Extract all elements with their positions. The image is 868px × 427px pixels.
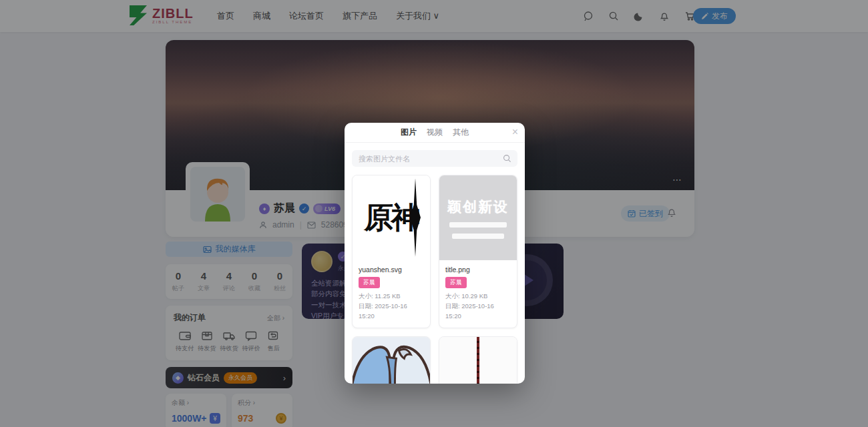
- red-rope-graphic: [477, 337, 479, 384]
- tab-other[interactable]: 其他: [453, 127, 469, 138]
- title-image-textbar: [452, 234, 504, 239]
- file-size: 大小: 11.25 KB: [359, 291, 424, 301]
- media-search-input[interactable]: [352, 150, 517, 167]
- file-name: title.png: [445, 266, 511, 274]
- file-date: 日期: 2025-10-16 15:20: [359, 301, 424, 321]
- tab-images[interactable]: 图片: [401, 127, 417, 138]
- file-name: yuanshen.svg: [359, 266, 424, 274]
- media-search: [352, 150, 517, 167]
- tab-videos[interactable]: 视频: [427, 127, 443, 138]
- media-grid: 原神 yuanshen.svg 苏晨 大小: 11.25 KB 日期: 2025…: [352, 175, 517, 384]
- file-preview-anime: [353, 337, 430, 384]
- file-card-partial-anime[interactable]: [352, 336, 431, 384]
- title-image-textbar: [449, 222, 507, 228]
- close-icon[interactable]: ×: [512, 125, 518, 139]
- file-card-yuanshen[interactable]: 原神 yuanshen.svg 苏晨 大小: 11.25 KB 日期: 2025…: [352, 175, 431, 328]
- file-owner-badge: 苏晨: [445, 277, 467, 288]
- title-image-text: 颖创新设: [447, 197, 509, 216]
- file-date: 日期: 2025-10-16 15:20: [445, 301, 511, 321]
- file-size: 大小: 10.29 KB: [445, 291, 511, 301]
- search-icon: [503, 154, 511, 163]
- file-card-title[interactable]: 颖创新设 title.png 苏晨 大小: 10.29 KB 日期: 2025-…: [439, 175, 517, 328]
- file-owner-badge: 苏晨: [359, 277, 380, 288]
- file-preview-redline: [439, 337, 517, 384]
- modal-header: 图片 视频 其他 ×: [345, 123, 525, 143]
- media-library-modal: 图片 视频 其他 × 原神 yuanshen.svg 苏晨 大小: 11.25 …: [345, 123, 525, 384]
- file-preview-genshin: 原神: [353, 175, 430, 260]
- genshin-logo-spike: [410, 178, 421, 257]
- file-card-partial-redline[interactable]: [439, 336, 517, 384]
- file-preview-title: 颖创新设: [439, 175, 517, 260]
